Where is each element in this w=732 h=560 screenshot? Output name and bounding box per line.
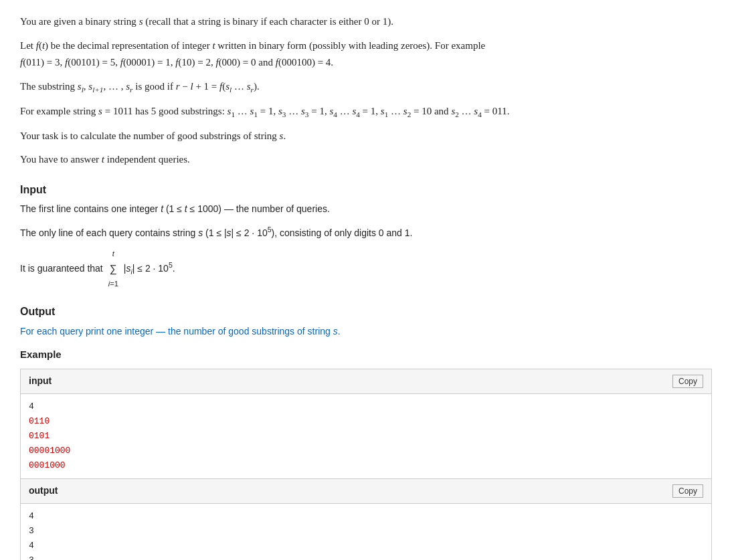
input-section-title: Input: [20, 181, 712, 199]
input-example-body: 4 0110 0101 00001000 0001000: [21, 394, 711, 478]
output-example-body: 4 3 4 3: [21, 504, 711, 560]
output-line-3: 4: [29, 539, 703, 553]
input-copy-button[interactable]: Copy: [672, 375, 703, 388]
task-statement: Your task is to calculate the number of …: [20, 128, 712, 145]
input-line-1: 4: [29, 399, 703, 414]
output-section-title: Output: [20, 302, 712, 320]
output-example-block: output Copy 4 3 4 3: [20, 479, 712, 560]
output-example-header: output Copy: [21, 479, 711, 504]
input-line-3: 0101: [29, 429, 703, 444]
output-section-body: For each query print one integer — the n…: [20, 324, 712, 340]
input-example-header: input Copy: [21, 369, 711, 394]
input-line-5: 0001000: [29, 458, 703, 473]
input-section-body: The first line contains one integer t (1…: [20, 201, 712, 291]
output-line-2: 3: [29, 524, 703, 539]
output-line-1: 4: [29, 509, 703, 524]
input-label: input: [29, 373, 52, 389]
queries-statement: You have to answer t independent queries…: [20, 151, 712, 169]
example-good-substring: For example string s = 1011 has 5 good s…: [20, 103, 712, 121]
example-title: Example: [20, 346, 712, 363]
good-substring-def: The substring sl, sl+1, … , sr is good i…: [20, 78, 712, 96]
intro-paragraph-2: Let f(t) be the decimal representation o…: [20, 37, 712, 72]
input-example-block: input Copy 4 0110 0101 00001000 0001000: [20, 369, 712, 479]
output-label: output: [29, 483, 58, 499]
intro-paragraph-1: You are given a binary string s (recall …: [20, 13, 712, 31]
output-copy-button[interactable]: Copy: [672, 484, 703, 498]
input-line-4: 00001000: [29, 444, 703, 458]
output-line-4: 3: [29, 553, 703, 560]
input-sum-constraint: It is guaranteed that t ∑ i=1 |si| ≤ 2 ·…: [20, 248, 712, 290]
input-line1: The first line contains one integer t (1…: [20, 201, 712, 217]
input-line-2: 0110: [29, 414, 703, 429]
input-line2: The only line of each query contains str…: [20, 224, 712, 241]
problem-statement: You are given a binary string s (recall …: [20, 13, 712, 560]
